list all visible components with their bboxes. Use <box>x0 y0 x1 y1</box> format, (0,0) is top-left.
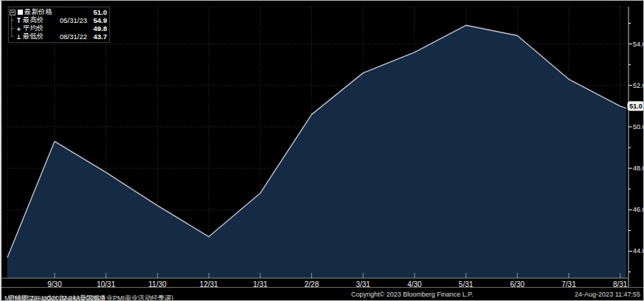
legend-row-low[interactable]: └ ⊥ 最低价 08/31/22 43.7 <box>10 32 107 41</box>
series-swatch-icon <box>16 9 24 16</box>
average-marker-icon: + <box>15 25 23 32</box>
legend-date: 08/31/22 <box>60 32 87 41</box>
high-marker-icon: T <box>15 17 23 24</box>
security-description: MPMIUSSA Index (Markit美国服务业PMI商业活动经季调) 日… <box>4 291 8 298</box>
area-fill <box>7 25 626 278</box>
status-bar: MPMIUSSA Index (Markit美国服务业PMI商业活动经季调) 日… <box>1 287 643 300</box>
legend-value: 51.0 <box>89 8 107 16</box>
legend-value: 49.8 <box>89 24 107 32</box>
y-axis-label: 44.0 <box>633 247 644 255</box>
chart-legend[interactable]: 最新价格 51.0 ├ T 最高价 05/31/23 54.9 ├ + 平均价 … <box>8 7 110 43</box>
copyright-text: Copyright© 2023 Bloomberg Finance L.P. <box>351 291 474 298</box>
y-axis-label: 52.0 <box>633 82 644 89</box>
legend-expander-icon[interactable] <box>10 10 15 15</box>
y-axis-label: 54.0 <box>633 41 644 48</box>
y-axis-label: 50.0 <box>633 123 644 131</box>
y-axis-label: 46.0 <box>633 206 644 213</box>
timestamp: 24-Aug-2023 11:47:55 <box>575 291 640 298</box>
last-price-value: 51.0 <box>629 103 643 110</box>
y-axis-label: 48.0 <box>633 165 644 172</box>
legend-value: 43.7 <box>89 32 107 41</box>
legend-label: 最低价 <box>23 32 60 41</box>
low-marker-icon: ⊥ <box>15 33 23 41</box>
legend-value: 54.9 <box>89 16 107 24</box>
price-area-chart[interactable]: 44.046.048.050.052.054.09/3010/3111/3012… <box>1 1 644 301</box>
bloomberg-chart-window: 44.046.048.050.052.054.09/3010/3111/3012… <box>0 0 644 301</box>
